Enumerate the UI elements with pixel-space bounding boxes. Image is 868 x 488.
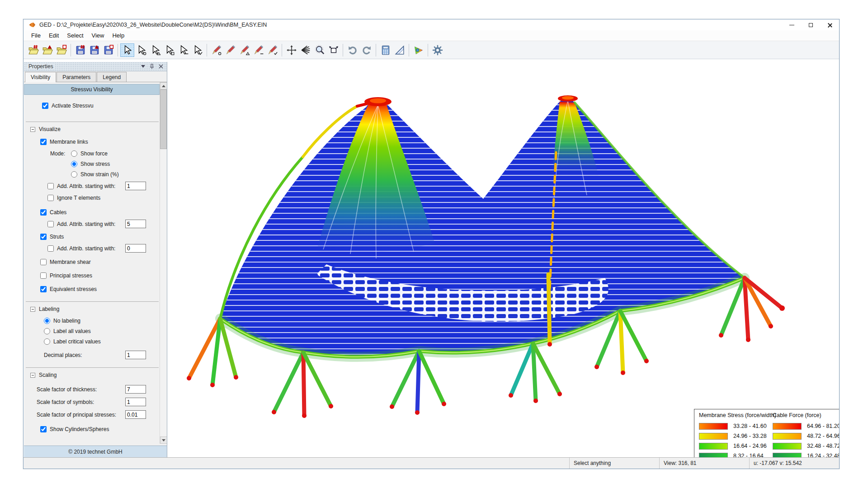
undo-button[interactable] bbox=[345, 43, 359, 57]
membrane-links-checkbox[interactable] bbox=[40, 139, 47, 145]
draw-triangles-tool-button[interactable] bbox=[237, 43, 251, 57]
select-elements-tool-button[interactable] bbox=[190, 43, 204, 57]
calculator-button[interactable] bbox=[378, 43, 392, 57]
open-net-file-button[interactable] bbox=[26, 43, 40, 57]
visualize-label: Visualize bbox=[39, 126, 61, 132]
scaling-label: Scaling bbox=[39, 372, 57, 378]
mode-show-strain-row: Show strain (%) bbox=[71, 170, 119, 178]
show-cylinders-checkbox[interactable] bbox=[40, 426, 47, 432]
settings-button[interactable] bbox=[430, 43, 444, 57]
panel-close-button[interactable] bbox=[158, 63, 164, 70]
menu-help[interactable]: Help bbox=[108, 31, 128, 40]
menu-file[interactable]: File bbox=[27, 31, 45, 40]
legend-swatch bbox=[773, 453, 802, 458]
stress-legend: Membrane Stress (force/width) 33.28 - 41… bbox=[694, 409, 839, 457]
legend-title: Cable Force (force) bbox=[773, 412, 839, 418]
redo-button[interactable] bbox=[359, 43, 373, 57]
collapse-icon[interactable] bbox=[30, 127, 35, 132]
properties-panel-titlebar[interactable]: Properties bbox=[24, 62, 167, 71]
collapse-icon[interactable] bbox=[30, 307, 35, 312]
stressvu-button[interactable] bbox=[411, 43, 425, 57]
pan-orbit-tool-button[interactable] bbox=[284, 43, 298, 57]
fit-view-button[interactable] bbox=[326, 43, 340, 57]
scroll-down-button[interactable] bbox=[160, 436, 167, 444]
draw-tool-button[interactable] bbox=[223, 43, 237, 57]
show-stress-radio[interactable] bbox=[71, 161, 77, 167]
select-quads-tool-button[interactable] bbox=[162, 43, 176, 57]
select-points-tool-button[interactable] bbox=[134, 43, 148, 57]
select-lines-tool-button[interactable] bbox=[176, 43, 190, 57]
membrane-shear-checkbox[interactable] bbox=[40, 259, 47, 265]
mode-show-stress-row: Show stress bbox=[71, 160, 110, 168]
equivalent-stresses-checkbox[interactable] bbox=[40, 286, 47, 292]
select-tool-button[interactable] bbox=[120, 43, 134, 57]
no-labeling-radio[interactable] bbox=[44, 318, 50, 324]
zoom-tool-button[interactable] bbox=[312, 43, 326, 57]
save-net-file-button[interactable] bbox=[73, 43, 87, 57]
tab-visibility[interactable]: Visibility bbox=[25, 72, 56, 82]
menu-bar: File Edit Select View Help bbox=[24, 30, 839, 41]
select-triangles-tool-button[interactable] bbox=[148, 43, 162, 57]
draw-lines-tool-button[interactable] bbox=[251, 43, 265, 57]
scale-thickness-row: Scale factor of thickness: bbox=[37, 385, 97, 394]
scale-principal-input[interactable] bbox=[125, 410, 146, 419]
viewport-3d[interactable]: Membrane Stress (force/width) 33.28 - 41… bbox=[167, 62, 839, 457]
save-triangulation-file-button[interactable] bbox=[87, 43, 101, 57]
panel-menu-button[interactable] bbox=[140, 63, 146, 70]
scale-thickness-input[interactable] bbox=[125, 385, 146, 394]
membrane-add-attrib-input[interactable] bbox=[125, 182, 146, 190]
cables-add-attrib-checkbox[interactable] bbox=[47, 221, 54, 227]
spider-view-tool-button[interactable] bbox=[298, 43, 312, 57]
activate-stressvu-checkbox[interactable] bbox=[42, 103, 48, 109]
menu-select[interactable]: Select bbox=[63, 31, 87, 40]
scale-symbols-input[interactable] bbox=[125, 398, 146, 406]
scale-principal-label: Scale factor of principal stresses: bbox=[37, 412, 116, 418]
show-force-radio[interactable] bbox=[71, 150, 77, 157]
decimal-places-row: Decimal places: bbox=[44, 351, 82, 359]
save-boundary-file-button[interactable] bbox=[101, 43, 115, 57]
close-button[interactable] bbox=[820, 19, 839, 30]
membrane-add-attrib-checkbox[interactable] bbox=[47, 183, 54, 189]
measure-button[interactable] bbox=[392, 43, 406, 57]
decimal-places-input[interactable] bbox=[125, 351, 146, 359]
label-all-radio[interactable] bbox=[44, 328, 50, 334]
separator bbox=[26, 122, 159, 122]
maximize-button[interactable] bbox=[801, 19, 820, 30]
tab-parameters[interactable]: Parameters bbox=[57, 72, 96, 82]
struts-add-attrib-input[interactable] bbox=[125, 244, 146, 253]
label-critical-row: Label critical values bbox=[44, 338, 101, 346]
struts-checkbox[interactable] bbox=[40, 234, 47, 240]
cables-checkbox[interactable] bbox=[40, 209, 47, 216]
menu-view[interactable]: View bbox=[88, 31, 108, 40]
label-all-row: Label all values bbox=[44, 327, 91, 335]
scrollbar-thumb[interactable] bbox=[160, 89, 167, 149]
show-strain-label: Show strain (%) bbox=[80, 171, 119, 178]
legend-col-cable: Cable Force (force) 64.96 - 81.20 48.72 … bbox=[773, 412, 839, 457]
panel-tabs: Visibility Parameters Legend bbox=[24, 71, 167, 82]
legend-swatch bbox=[699, 423, 728, 430]
minimize-button[interactable] bbox=[782, 19, 801, 30]
status-bar: Select anything View: 316, 81 u: -17.067… bbox=[24, 457, 839, 469]
scroll-up-button[interactable] bbox=[160, 82, 167, 89]
panel-scrollbar[interactable] bbox=[160, 82, 167, 444]
label-critical-radio[interactable] bbox=[44, 338, 50, 345]
ignore-t-checkbox[interactable] bbox=[47, 195, 54, 201]
tab-legend[interactable]: Legend bbox=[97, 72, 127, 82]
struts-add-attrib-checkbox[interactable] bbox=[47, 245, 54, 252]
open-triangulation-file-button[interactable] bbox=[40, 43, 54, 57]
show-force-label: Show force bbox=[80, 150, 108, 157]
draw-elements-tool-button[interactable] bbox=[265, 43, 279, 57]
menu-edit[interactable]: Edit bbox=[45, 31, 63, 40]
toolbar-separator bbox=[118, 44, 118, 56]
principal-stresses-checkbox[interactable] bbox=[40, 272, 47, 279]
toolbar bbox=[24, 41, 839, 59]
show-strain-radio[interactable] bbox=[71, 171, 77, 178]
viewport-3d-model bbox=[167, 62, 839, 457]
open-boundary-file-button[interactable] bbox=[54, 43, 68, 57]
draw-points-tool-button[interactable] bbox=[209, 43, 223, 57]
cables-add-attrib-input[interactable] bbox=[125, 220, 146, 228]
collapse-icon[interactable] bbox=[30, 373, 35, 378]
mode-show-force-row: Show force bbox=[71, 150, 108, 158]
struts-add-attrib-row: Add. Attrib. starting with: bbox=[47, 244, 115, 253]
panel-pin-button[interactable] bbox=[149, 63, 155, 70]
